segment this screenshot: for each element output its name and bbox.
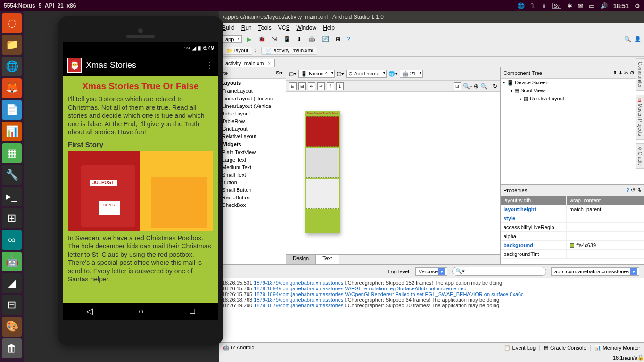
property-row[interactable]: backgroundTint [501,250,644,259]
gradle-console-button[interactable]: ▤ Gradle Console [539,345,590,351]
memory-monitor-button[interactable]: 📊 Memory Monitor [590,345,644,351]
api-dropdown[interactable]: 🤖 21 [400,70,423,78]
nav-back-icon[interactable]: ◁ [86,306,93,316]
debug-button[interactable]: 🐞 [256,35,267,43]
logcat-filter-dropdown[interactable]: app: com.janebabra.xmasstories [551,267,639,276]
zoom-out-icon[interactable]: 🔍- [463,83,472,90]
menu-vcs[interactable]: VCS [278,25,290,31]
design-tab[interactable]: Design [286,255,316,264]
palette-item[interactable]: Plain TextView [219,148,286,156]
palette-item[interactable]: TableLayout [219,110,286,117]
clock[interactable]: 18:51 [613,2,629,9]
maven-tab[interactable]: m Maven Projects [636,95,644,140]
palette-item[interactable]: GridLayout [219,125,286,132]
property-row[interactable]: background#a4c639 [501,241,644,250]
battery-icon[interactable]: ▭ [589,2,594,9]
project-structure-icon[interactable]: ⊞ [334,35,342,43]
sdk-manager-icon[interactable]: ⬇ [295,35,304,43]
bluetooth-icon[interactable]: ✱ [567,2,572,9]
attach-debugger-icon[interactable]: ⇲ [270,35,279,43]
sync-gradle-icon[interactable]: 🔄 [320,35,331,43]
launcher-gimp[interactable]: 🎨 [2,317,22,337]
align-icon[interactable]: ⤒ [327,82,334,90]
palette-item[interactable]: LinearLayout (Horizon [219,95,286,102]
menu-help[interactable]: Help [323,25,335,31]
tree-scrollview[interactable]: ▾ ▤ ScrollView [501,87,644,95]
device-dropdown[interactable]: 📱 Nexus 4 [298,70,335,78]
launcher-files[interactable]: 📁 [2,35,22,55]
avd-manager-icon[interactable]: 📱 [281,35,292,43]
launcher-writer[interactable]: 📄 [2,100,22,120]
align-icon[interactable]: ⇤ [308,82,315,90]
design-surface[interactable]: Xmas Stories True Or False [286,92,500,254]
align-icon[interactable]: ⤓ [336,82,344,90]
text-tab[interactable]: Text [316,255,339,264]
gradle-tab[interactable]: ⊙ Gradle [636,143,644,169]
palette-item[interactable]: Button [219,179,286,186]
palette-item[interactable]: TableRow [219,117,286,125]
refresh-icon[interactable]: ↻ [493,83,497,90]
mail-icon[interactable]: ✉ [578,2,583,9]
launcher-settings[interactable]: 🔧 [2,165,22,185]
chrome-icon[interactable]: 🌐 [517,2,525,9]
breadcrumb-file[interactable]: 📄 activity_main.xml [261,47,317,55]
launcher-dash[interactable]: ◌ [2,13,22,33]
palette-item[interactable]: Large Text [219,156,286,164]
palette-gear-icon[interactable]: ⚙▾ [275,70,283,76]
property-row[interactable]: layout:heightmatch_parent [501,205,644,214]
palette-item[interactable]: Small Button [219,186,286,194]
orientation-icon[interactable]: ▢▾ [289,71,297,77]
property-row[interactable]: style [501,214,644,223]
launcher-impress[interactable]: 📊 [2,122,22,141]
lock-icon[interactable]: 🔒 [637,354,644,361]
settings-gear-icon[interactable]: ⚙ [635,2,640,9]
launcher-workspace[interactable]: ⊞ [2,208,22,228]
logcat-level-dropdown[interactable]: Verbose [415,267,447,276]
menu-window[interactable]: Window [296,25,316,31]
palette-item[interactable]: Medium Text [219,164,286,171]
dropbox-icon[interactable]: ⇅ [530,2,536,9]
palette-item[interactable]: RelativeLayout [219,132,286,140]
zoom-reset-icon[interactable]: ⊕ [474,83,479,90]
tree-relativelayout[interactable]: ▸ ▦ RelativeLayout [501,95,644,103]
launcher-arduino[interactable]: ∞ [2,230,22,250]
overflow-menu-icon[interactable]: ⋮ [206,60,214,70]
launcher-trash[interactable]: 🗑 [2,338,22,358]
volume-icon[interactable]: 🔊 [600,2,608,9]
event-log-button[interactable]: 📋 Event Log [500,345,540,351]
search-everywhere-icon[interactable]: 🔍 [624,36,631,42]
launcher-calc[interactable]: ▦ [2,143,22,163]
palette-item[interactable]: Small Text [219,171,286,179]
palette-item[interactable]: FrameLayout [219,87,286,95]
user-icon[interactable]: 👤 [634,36,641,42]
palette-item[interactable]: RadioButton [219,194,286,201]
updates-icon[interactable]: ⇧ [541,2,546,9]
launcher-android[interactable]: 🤖 [2,252,22,272]
breadcrumb-layout[interactable]: 📁 layout [222,47,252,55]
help-icon[interactable]: ? [345,35,352,43]
keyboard-layout[interactable]: Sv [552,3,561,9]
tab-close-icon[interactable]: × [268,60,271,66]
launcher-firefox[interactable]: 🦊 [2,78,22,98]
theme-dropdown[interactable]: ⊙ AppTheme [346,70,386,78]
launcher-chrome[interactable]: 🌐 [2,57,22,76]
property-row[interactable]: layout:widthwrap_content [501,196,644,205]
property-row[interactable]: accessibilityLiveRegio [501,223,644,232]
align-icon[interactable]: ⇥ [317,82,325,90]
launcher-android-studio[interactable]: ◢ [2,273,22,293]
logcat-output[interactable]: 18:26:15.531 1879-1879/com.janebabra.xma… [219,278,644,342]
zoom-fit-icon[interactable]: ⊡ [454,82,461,90]
menu-run[interactable]: Run [241,25,252,31]
app-scroll-content[interactable]: Xmas Stories True Or False I'll tell you… [63,76,218,303]
run-config-dropdown[interactable]: app [222,35,242,43]
menu-build[interactable]: Build [222,25,235,31]
menu-tools[interactable]: Tools [258,25,272,31]
nav-home-icon[interactable]: ○ [139,306,144,316]
property-row[interactable]: alpha [501,232,644,241]
align-icon[interactable]: ⊟ [289,82,297,90]
tree-device-screen[interactable]: ▾ 📱 Device Screen [501,79,644,87]
launcher-terminal[interactable]: ▸_ [2,187,22,206]
nav-recent-icon[interactable]: □ [190,306,195,316]
zoom-in-icon[interactable]: 🔍+ [480,83,491,90]
palette-item[interactable]: CheckBox [219,201,286,209]
